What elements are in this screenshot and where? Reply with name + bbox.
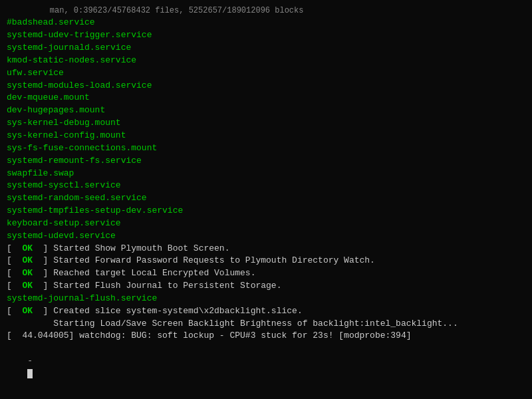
boot-line: [ OK ] Created slice system-systemd\x2db… [7, 305, 525, 318]
boot-line: keyboard-setup.service [7, 217, 525, 230]
boot-line: systemd-tmpfiles-setup-dev.service [7, 205, 525, 217]
ok-status: OK [22, 281, 33, 291]
service-line: systemd-journald.service [7, 43, 131, 53]
ok-status: OK [22, 268, 33, 278]
boot-line: systemd-modules-load.service [7, 80, 525, 92]
ok-bracket-open: [ [7, 255, 22, 265]
service-line: systemd-udev-trigger.service [7, 30, 152, 40]
boot-line: systemd-journald.service [7, 42, 525, 55]
boot-line: systemd-udevd.service [7, 230, 525, 243]
service-line: ufw.service [7, 68, 64, 78]
service-line: keyboard-setup.service [7, 218, 121, 228]
boot-line: #badshead.service [7, 17, 525, 29]
boot-line: [ OK ] Reached target Local Encrypted Vo… [7, 267, 525, 280]
boot-line: [ OK ] Started Flush Journal to Persiste… [7, 280, 525, 293]
boot-line: sys-kernel-config.mount [7, 130, 525, 142]
boot-line: systemd-random-seed.service [7, 192, 525, 205]
boot-line: systemd-remount-fs.service [7, 155, 525, 168]
ok-message: ] Started Show Plymouth Boot Screen. [33, 243, 229, 253]
service-line: systemd-journal-flush.service [7, 293, 157, 303]
boot-line: [ OK ] Started Forward Password Requests… [7, 255, 525, 267]
terminal-cursor [27, 369, 33, 378]
boot-line: Starting Load/Save Screen Backlight Brig… [7, 318, 525, 331]
boot-line: systemd-udev-trigger.service [7, 29, 525, 42]
service-line: dev-mqueue.mount [7, 92, 90, 102]
service-line: kmod-static-nodes.service [7, 55, 136, 65]
service-line: swapfile.swap [7, 168, 74, 178]
boot-log: #badshead.servicesystemd-udev-trigger.se… [7, 17, 525, 342]
service-line: systemd-sysctl.service [7, 180, 121, 190]
service-line: sys-kernel-debug.mount [7, 118, 121, 128]
service-line: Starting Load/Save Screen Backlight Brig… [7, 319, 458, 329]
ok-bracket-open: [ [7, 306, 22, 316]
boot-line: [ OK ] Started Show Plymouth Boot Screen… [7, 243, 525, 255]
service-line: systemd-udevd.service [7, 231, 116, 241]
ok-status: OK [22, 255, 33, 265]
ok-status: OK [22, 243, 33, 253]
boot-line: systemd-sysctl.service [7, 180, 525, 192]
top-info-line: man, 0:39623/45768432 files, 5252657/189… [7, 5, 525, 17]
boot-line: ufw.service [7, 67, 525, 80]
ok-bracket-open: [ [7, 243, 22, 253]
boot-line: [ 44.044005] watchdog: BUG: soft lockup … [7, 330, 525, 342]
terminal-window: man, 0:39623/45768432 files, 5252657/189… [0, 0, 532, 399]
boot-line: dev-hugepages.mount [7, 104, 525, 117]
ok-message: ] Started Flush Journal to Persistent St… [33, 281, 281, 291]
ok-message: ] Created slice system-systemd\x2dbackli… [33, 306, 303, 316]
boot-line: swapfile.swap [7, 168, 525, 180]
service-line: systemd-random-seed.service [7, 193, 147, 203]
ok-bracket-open: [ [7, 268, 22, 278]
service-line: [ 44.044005] watchdog: BUG: soft lockup … [7, 331, 412, 340]
service-line: #badshead.service [7, 17, 95, 27]
boot-line: kmod-static-nodes.service [7, 55, 525, 67]
cursor-line: - [7, 342, 525, 392]
ok-bracket-open: [ [7, 281, 22, 291]
service-line: sys-kernel-config.mount [7, 130, 126, 140]
boot-line: sys-kernel-debug.mount [7, 117, 525, 130]
prompt: - [27, 356, 33, 366]
ok-status: OK [22, 306, 33, 316]
service-line: dev-hugepages.mount [7, 105, 105, 115]
boot-line: dev-mqueue.mount [7, 92, 525, 104]
service-line: systemd-tmpfiles-setup-dev.service [7, 205, 183, 215]
service-line: sys-fs-fuse-connections.mount [7, 143, 157, 153]
ok-message: ] Started Forward Password Requests to P… [33, 255, 375, 265]
service-line: systemd-remount-fs.service [7, 156, 142, 166]
ok-message: ] Reached target Local Encrypted Volumes… [33, 268, 255, 278]
service-line: systemd-modules-load.service [7, 80, 152, 90]
boot-line: systemd-journal-flush.service [7, 293, 525, 305]
boot-line: sys-fs-fuse-connections.mount [7, 142, 525, 155]
